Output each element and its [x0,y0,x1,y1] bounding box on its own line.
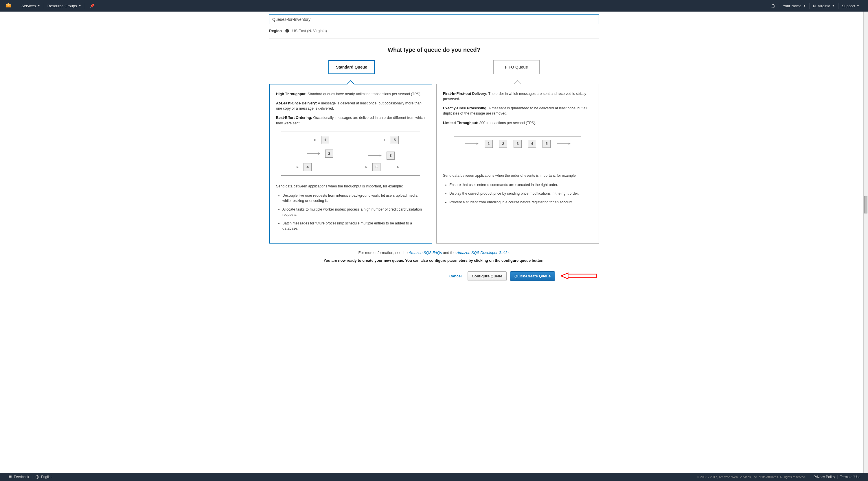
standard-feature-throughput: High Throughput: Standard queues have ne… [276,91,425,97]
caret-down-icon: ▼ [38,4,40,7]
more-info-text: For more information, see the Amazon SQS… [269,251,599,255]
pin-icon[interactable]: 📌 [86,0,98,11]
sqs-dev-guide-link[interactable]: Amazon SQS Developer Guide [457,251,509,255]
svg-rect-4 [567,274,596,278]
queue-type-selector: Standard Queue FIFO Queue [269,60,599,74]
fifo-feature-throughput: Limited Throughput: 300 transactions per… [443,120,592,126]
list-item: Decouple live user requests from intensi… [282,193,425,203]
standard-feature-ordering: Best-Effort Ordering: Occasionally, mess… [276,115,425,126]
annotation-arrow-icon [558,272,599,279]
cancel-button[interactable]: Cancel [450,274,462,278]
list-item: Ensure that user-entered commands are ex… [450,182,592,187]
standard-usecase-list: Decouple live user requests from intensi… [282,193,425,231]
caret-down-icon: ▼ [803,4,806,7]
browser-scrollbar[interactable] [863,11,868,310]
fifo-ordering-diagram: 1 2 3 4 5 [454,130,581,167]
standard-queue-label: Standard Queue [336,65,367,69]
region-menu[interactable]: N. Virginia ▼ [810,0,838,11]
caret-down-icon: ▼ [857,4,859,7]
standard-queue-panel: High Throughput: Standard queues have ne… [269,84,432,244]
panel-pointer [347,80,354,87]
account-menu[interactable]: Your Name ▼ [779,0,809,11]
caret-down-icon: ▼ [79,4,81,7]
panel-pointer [514,80,521,87]
fifo-queue-label: FIFO Queue [505,65,528,69]
sqs-faqs-link[interactable]: Amazon SQS FAQs [409,251,442,255]
standard-feature-delivery: At-Least-Once Delivery: A message is del… [276,101,425,111]
quick-create-queue-button[interactable]: Quick-Create Queue [510,271,555,281]
support-menu[interactable]: Support ▼ [838,0,863,11]
fifo-feature-delivery: First-In-First-out Delivery: The order i… [443,91,592,101]
info-icon[interactable]: i [285,28,289,33]
notifications-icon[interactable] [767,0,779,11]
ready-text: You are now ready to create your new que… [269,258,599,263]
configure-queue-button[interactable]: Configure Queue [468,271,507,281]
main-content: Region i US East (N. Virginia) What type… [263,11,605,310]
resource-groups-label: Resource Groups [48,4,77,8]
standard-queue-option[interactable]: Standard Queue [329,60,375,74]
aws-logo-icon[interactable] [5,3,11,9]
support-label: Support [842,4,855,8]
region-value: US East (N. Virginia) [292,29,327,33]
fifo-usecase-list: Ensure that user-entered commands are ex… [450,182,592,205]
fifo-queue-panel: First-In-First-out Delivery: The order i… [436,84,599,244]
region-row: Region i US East (N. Virginia) [269,28,599,33]
queue-name-input[interactable] [269,14,599,24]
fifo-usecase-intro: Send data between applications when the … [443,173,592,178]
section-divider [269,38,599,38]
queue-type-headline: What type of queue do you need? [269,46,599,53]
list-item: Prevent a student from enrolling in a co… [450,199,592,205]
region-menu-label: N. Virginia [813,4,830,8]
caret-down-icon: ▼ [832,4,835,7]
services-menu[interactable]: Services ▼ [18,0,44,11]
list-item: Display the correct product price by sen… [450,191,592,196]
queue-type-panels: High Throughput: Standard queues have ne… [269,84,599,244]
list-item: Batch messages for future processing: sc… [282,221,425,231]
account-label: Your Name [783,4,802,8]
services-label: Services [22,4,36,8]
list-item: Allocate tasks to multiple worker nodes:… [282,207,425,217]
top-nav: Services ▼ Resource Groups ▼ 📌 Your Name… [0,0,868,11]
standard-usecase-intro: Send data between applications when the … [276,184,425,189]
action-buttons: Cancel Configure Queue Quick-Create Queu… [269,271,599,281]
fifo-feature-processing: Exactly-Once Processing: A message is gu… [443,105,592,116]
fifo-queue-option[interactable]: FIFO Queue [493,60,539,74]
region-label: Region [269,29,282,33]
resource-groups-menu[interactable]: Resource Groups ▼ [44,0,85,11]
standard-ordering-diagram: 1 5 2 3 4 3 [281,130,420,177]
